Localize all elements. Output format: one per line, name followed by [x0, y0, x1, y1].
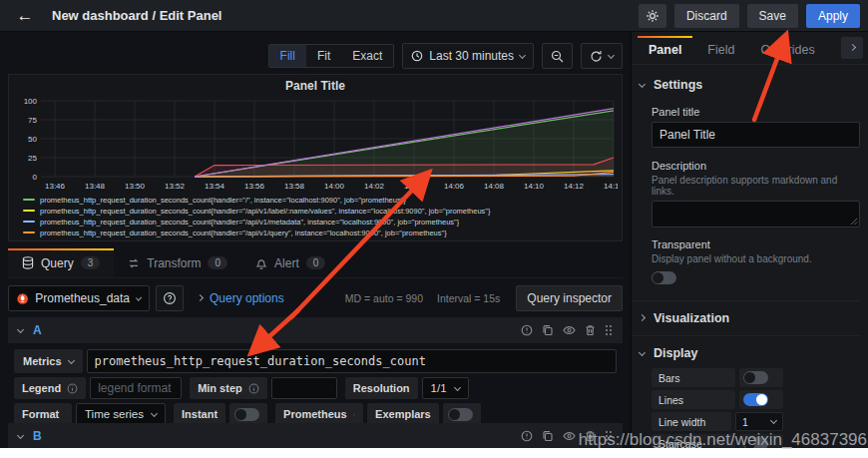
resolution-select[interactable]: 1/1 — [422, 377, 469, 399]
transparent-toggle[interactable] — [651, 271, 676, 284]
tab-alert-label: Alert — [274, 256, 299, 270]
legend-item[interactable]: prometheus_http_request_duration_seconds… — [23, 206, 616, 216]
options-sidebar: Panel Field Overrides Settings Panel tit… — [631, 32, 868, 448]
copy-icon[interactable] — [542, 324, 554, 336]
tab-panel[interactable]: Panel — [636, 36, 694, 64]
description-textarea[interactable] — [651, 201, 860, 228]
query-b-header[interactable]: B — [8, 423, 623, 449]
metrics-label: Metrics — [23, 355, 62, 367]
tab-overrides[interactable]: Overrides — [747, 36, 827, 64]
line-width-select[interactable]: 1 — [735, 412, 783, 431]
copy-icon[interactable] — [542, 430, 554, 442]
promql-expression-input[interactable] — [87, 349, 617, 373]
tab-field[interactable]: Field — [694, 36, 747, 64]
exemplars-text: Exemplars — [375, 408, 431, 420]
exemplars-toggle[interactable] — [448, 408, 473, 421]
divider — [632, 335, 860, 336]
svg-text:13:54: 13:54 — [205, 182, 225, 191]
min-step-input[interactable] — [271, 377, 337, 399]
query-ref-id: A — [33, 323, 42, 337]
clock-icon — [411, 50, 423, 62]
trash-icon[interactable] — [585, 324, 596, 336]
query-inspector-button[interactable]: Query inspector — [516, 285, 623, 311]
bars-label: Bars — [651, 368, 735, 387]
datasource-name: Prometheus_data — [35, 291, 130, 305]
panel-title-input[interactable] — [651, 122, 860, 148]
back-button[interactable]: ← — [8, 3, 42, 29]
panel-preview: Panel Title 025507510013:4613:4813:5013:… — [8, 74, 623, 241]
settings-section-header[interactable]: Settings — [640, 74, 860, 96]
instant-label: Instant — [174, 403, 225, 425]
metrics-dropdown[interactable]: Metrics — [14, 349, 83, 373]
datasource-picker[interactable]: Prometheus_data — [8, 285, 150, 311]
query-ref-id: B — [33, 429, 42, 443]
resize-grip-icon[interactable] — [850, 218, 858, 226]
save-button[interactable]: Save — [747, 4, 798, 28]
arrow-left-icon: ← — [17, 6, 34, 26]
tab-transform[interactable]: Transform 0 — [114, 248, 241, 277]
query-a-header[interactable]: A — [8, 317, 623, 343]
prometheus-label: Prometheus — [275, 403, 363, 425]
svg-text:14:02: 14:02 — [364, 182, 385, 191]
svg-text:25: 25 — [28, 154, 37, 163]
instant-toggle[interactable] — [234, 408, 259, 421]
query-options-toggle[interactable]: Query options — [198, 291, 284, 305]
line-width-label: Line width — [651, 412, 731, 431]
refresh-button[interactable] — [581, 43, 623, 69]
format-text: Format — [22, 408, 59, 420]
grafana-edit-panel-screen: ← New dashboard / Edit Panel Discard Sav… — [0, 0, 868, 458]
chart-area: 025507510013:4613:4813:5013:5213:5413:56… — [15, 97, 618, 199]
time-range-picker[interactable]: Last 30 minutes — [402, 43, 534, 69]
svg-text:13:48: 13:48 — [85, 182, 106, 191]
options-tabs: Panel Field Overrides — [632, 36, 868, 65]
tab-query-label: Query — [41, 256, 74, 270]
fill-mode-button[interactable]: Fill — [269, 45, 306, 67]
chevron-down-icon — [639, 80, 646, 87]
legend-dash-orange — [23, 231, 35, 233]
eye-icon[interactable] — [563, 430, 576, 442]
tab-alert[interactable]: Alert 0 — [241, 248, 339, 277]
lines-toggle[interactable] — [743, 393, 768, 406]
min-step-label: Min step — [190, 377, 267, 399]
swap-arrows-icon — [128, 257, 140, 269]
svg-text:13:50: 13:50 — [125, 182, 146, 191]
visualization-section-header[interactable]: Visualization — [640, 307, 860, 329]
legend-format-input[interactable] — [90, 377, 182, 399]
info-circle-icon[interactable] — [521, 430, 533, 442]
exemplars-toggle-box — [443, 403, 481, 425]
apply-button[interactable]: Apply — [806, 4, 860, 28]
magnifier-minus-icon — [551, 50, 564, 63]
legend-dash-blue — [23, 221, 35, 223]
bars-toggle[interactable] — [743, 371, 768, 384]
refresh-icon — [590, 50, 603, 63]
info-circle-icon[interactable] — [521, 324, 533, 336]
exact-mode-button[interactable]: Exact — [341, 45, 393, 67]
discard-button[interactable]: Discard — [674, 4, 739, 28]
chevron-right-icon — [197, 293, 204, 300]
fit-mode-button[interactable]: Fit — [306, 45, 341, 67]
lines-label: Lines — [651, 390, 735, 409]
legend-item[interactable]: prometheus_http_request_duration_seconds… — [23, 228, 616, 237]
dashboard-settings-button[interactable] — [639, 4, 666, 28]
panel-title-label: Panel title — [651, 106, 860, 118]
display-section-header[interactable]: Display — [640, 342, 860, 364]
svg-text:13:52: 13:52 — [165, 182, 186, 191]
panel-options: Settings Panel title Description Panel d… — [632, 68, 868, 448]
query-row-a: A Metrics — [8, 317, 623, 429]
tab-query[interactable]: Query 3 — [8, 248, 114, 277]
eye-icon[interactable] — [563, 324, 576, 336]
format-label: Format — [14, 403, 72, 425]
description-label: Description — [651, 160, 860, 172]
chart-legend: prometheus_http_request_duration_seconds… — [23, 195, 616, 238]
database-icon — [22, 256, 34, 269]
format-select[interactable]: Time series — [76, 403, 166, 425]
drag-handle-icon[interactable] — [605, 324, 613, 336]
zoom-out-button[interactable] — [542, 43, 573, 69]
legend-item[interactable]: prometheus_http_request_duration_seconds… — [23, 195, 616, 205]
resolution-text: Resolution — [353, 382, 410, 394]
transparent-help: Display panel without a background. — [651, 253, 860, 264]
transparent-label: Transparent — [651, 238, 860, 250]
legend-item[interactable]: prometheus_http_request_duration_seconds… — [23, 217, 616, 227]
collapse-sidebar-button[interactable] — [841, 37, 863, 59]
datasource-help-button[interactable] — [156, 285, 184, 311]
